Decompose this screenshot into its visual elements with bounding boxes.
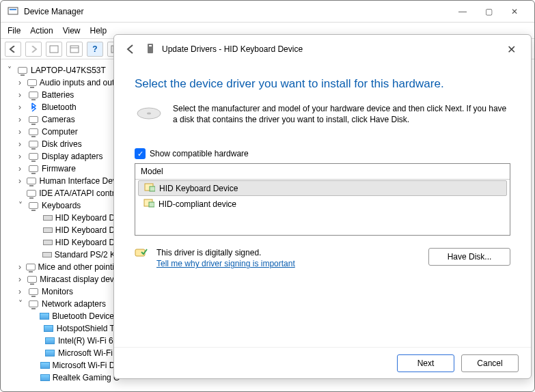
device-tree[interactable]: ˅ LAPTOP-U47KS53T ›Audio inputs and outp… [3, 61, 120, 387]
signing-link[interactable]: Tell me why driver signing is important [156, 259, 420, 268]
model-listbox[interactable]: Model HID Keyboard DeviceHID-compliant d… [135, 163, 510, 236]
tree-node[interactable]: Standard PS/2 Keyboard [3, 249, 120, 261]
checkbox-checked-icon[interactable]: ✓ [135, 148, 146, 159]
back-button[interactable] [124, 44, 137, 54]
dialog-close-button[interactable]: ✕ [501, 43, 521, 56]
tree-node-label: Realtek Gaming GbE Family Controller [53, 373, 120, 382]
chevron-right-icon[interactable]: › [18, 287, 27, 296]
nav-back-button[interactable] [5, 42, 21, 57]
tb-icon-1[interactable] [46, 42, 62, 57]
svg-rect-14 [149, 202, 154, 207]
maximize-button[interactable]: ▢ [476, 2, 502, 21]
tree-node[interactable]: ˅Network adapters [3, 298, 120, 310]
nav-fwd-button[interactable] [25, 42, 42, 57]
tree-node-label: Display adapters [42, 152, 102, 161]
tree-node-label: Microsoft Wi-Fi Direct Virtual Adapter #… [53, 361, 120, 370]
tree-node-label: Batteries [42, 90, 74, 100]
tree-node-label: Microsoft Wi-Fi [58, 348, 113, 358]
cancel-button[interactable]: Cancel [461, 354, 519, 372]
chevron-down-icon[interactable]: ˅ [18, 299, 27, 309]
tree-node[interactable]: ›Mice and other pointing devices [3, 261, 120, 273]
tree-node[interactable]: ˅Keyboards [3, 199, 120, 212]
driver-file-icon [143, 198, 154, 210]
tree-node[interactable]: Realtek Gaming GbE Family Controller [3, 372, 120, 384]
tree-node[interactable]: ›Bluetooth [3, 101, 120, 113]
minimize-button[interactable]: — [450, 2, 476, 21]
chevron-right-icon[interactable]: › [18, 78, 26, 87]
tree-node[interactable]: IDE ATA/ATAPI controllers [3, 187, 120, 199]
tb-icon-2[interactable] [66, 42, 83, 57]
dialog-header: Update Drivers - HID Keyboard Device ✕ [114, 35, 531, 64]
chevron-right-icon[interactable]: › [18, 102, 27, 112]
menu-help[interactable]: Help [90, 26, 107, 36]
menu-view[interactable]: View [63, 26, 81, 36]
device-icon [28, 163, 39, 174]
model-item[interactable]: HID-compliant device [138, 197, 507, 211]
tree-node-label: Computer [42, 127, 78, 137]
device-icon [27, 77, 37, 88]
driver-icon [146, 43, 156, 56]
tree-node[interactable]: ›Audio inputs and outputs [3, 76, 120, 89]
chevron-right-icon[interactable]: › [18, 127, 27, 137]
device-icon [28, 200, 39, 211]
tree-node-label: Network adapters [42, 299, 106, 309]
tree-node[interactable]: ›Firmware [3, 163, 120, 175]
device-icon [28, 126, 39, 137]
svg-point-10 [147, 113, 151, 115]
tree-node[interactable]: ›Cameras [3, 113, 120, 126]
dialog-body: Select the device driver you want to ins… [114, 64, 531, 268]
tree-node[interactable]: Intel(R) Wi-Fi 6 [3, 335, 120, 347]
disc-icon [135, 103, 163, 124]
tree-node[interactable]: HID Keyboard Device [3, 212, 120, 224]
close-button[interactable]: ✕ [502, 2, 527, 21]
device-icon [28, 151, 39, 162]
tree-node[interactable]: ›Human Interface Devices [3, 175, 120, 187]
net-icon [40, 311, 49, 322]
tree-node-label: HotspotShield TAP [57, 324, 120, 333]
tree-root-label: LAPTOP-U47KS53T [31, 66, 106, 75]
chevron-right-icon[interactable]: › [18, 176, 25, 186]
model-item[interactable]: HID Keyboard Device [138, 180, 507, 196]
chevron-right-icon[interactable]: › [18, 139, 27, 149]
tree-node-label: Mice and other pointing devices [38, 262, 120, 272]
tree-node-label: Disk drives [42, 139, 82, 149]
kb-icon [42, 249, 52, 260]
tree-node[interactable]: HID Keyboard Device [3, 224, 120, 236]
tree-node-label: Bluetooth Device (Personal Area Network) [52, 311, 120, 321]
show-compatible-row[interactable]: ✓ Show compatible hardware [135, 148, 510, 159]
dialog-footer: Next Cancel [114, 347, 531, 378]
next-button[interactable]: Next [397, 354, 454, 372]
tree-root[interactable]: ˅ LAPTOP-U47KS53T [3, 64, 120, 76]
tree-node[interactable]: ›Computer [3, 126, 120, 138]
tree-node-label: Monitors [42, 287, 73, 296]
chevron-right-icon[interactable]: › [18, 275, 26, 284]
tree-node-label: Miracast display devices [40, 275, 120, 284]
chevron-right-icon[interactable]: › [18, 262, 25, 272]
device-icon [27, 188, 36, 199]
chevron-right-icon[interactable]: › [18, 90, 27, 100]
menu-file[interactable]: File [8, 26, 20, 36]
tree-node[interactable]: HotspotShield TAP [3, 322, 120, 335]
chevron-down-icon[interactable]: ˅ [18, 201, 27, 210]
tree-node[interactable]: ›Monitors [3, 285, 120, 298]
tree-node[interactable]: ›Batteries [3, 89, 120, 101]
chevron-right-icon[interactable]: › [18, 164, 27, 173]
chevron-right-icon[interactable]: › [18, 152, 27, 161]
tree-node[interactable]: ›Miracast display devices [3, 273, 120, 285]
tree-node[interactable]: ›Display adapters [3, 150, 120, 163]
help-icon[interactable]: ? [87, 42, 103, 57]
tree-node-label: Audio inputs and outputs [40, 78, 120, 87]
tree-node[interactable]: Microsoft Wi-Fi Direct Virtual Adapter #… [3, 359, 120, 372]
menu-action[interactable]: Action [30, 26, 53, 36]
have-disk-button[interactable]: Have Disk... [428, 248, 510, 266]
tree-node[interactable]: Bluetooth Device (Personal Area Network) [3, 310, 120, 322]
tree-node[interactable]: Microsoft Wi-Fi [3, 347, 120, 359]
kb-icon [43, 225, 53, 236]
chevron-down-icon: ˅ [8, 66, 16, 75]
tree-node[interactable]: ›Disk drives [3, 138, 120, 150]
chevron-right-icon[interactable]: › [18, 115, 27, 124]
tree-node-label: HID Keyboard Device [55, 225, 120, 235]
device-icon [28, 114, 39, 125]
tree-node[interactable]: HID Keyboard Device [3, 236, 120, 249]
kb-icon [43, 237, 53, 248]
